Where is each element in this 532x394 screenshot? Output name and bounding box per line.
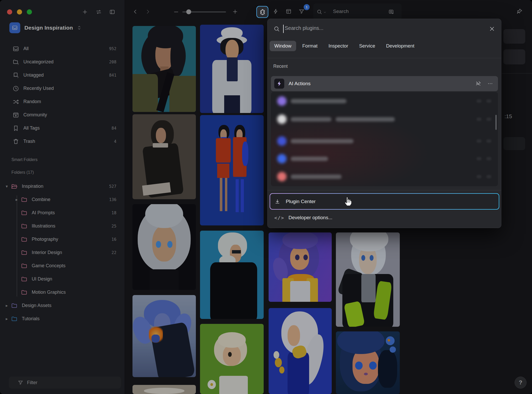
- plugin-list: [271, 92, 498, 186]
- plugin-icon: [277, 172, 287, 181]
- plugin-item-blurred-5[interactable]: [271, 169, 498, 184]
- plugin-name: AI Actions: [289, 81, 311, 86]
- plugin-search-placeholder: Search plugins...: [285, 25, 323, 31]
- blurred-text: [291, 117, 331, 122]
- developer-options-button[interactable]: </> Developer options...: [270, 211, 499, 224]
- tab-inspector[interactable]: Inspector: [324, 41, 353, 51]
- tab-window[interactable]: Window: [270, 41, 296, 51]
- download-icon: [274, 198, 281, 205]
- plugin-center-label: Plugin Center: [286, 199, 316, 204]
- plugin-item-blurred-1[interactable]: [271, 94, 498, 108]
- more-options-icon[interactable]: [487, 81, 493, 87]
- blurred-text: [291, 157, 328, 161]
- tab-service[interactable]: Service: [355, 41, 380, 51]
- plugin-tabs: WindowFormatInspectorServiceDevelopment: [270, 41, 419, 51]
- plugin-icon: [277, 96, 287, 106]
- ai-actions-icon: [274, 78, 284, 89]
- developer-options-label: Developer options...: [289, 215, 332, 221]
- plugin-icon: [277, 136, 287, 146]
- blurred-text: [291, 139, 354, 143]
- tab-development[interactable]: Development: [381, 41, 419, 51]
- divider: [268, 190, 501, 190]
- plugins-button[interactable]: [256, 6, 268, 18]
- blurred-text: [291, 99, 347, 103]
- puzzle-icon: [259, 9, 266, 16]
- text-caret: [283, 25, 284, 33]
- tab-format[interactable]: Format: [298, 41, 322, 51]
- search-icon: [273, 25, 280, 32]
- unpin-icon[interactable]: [475, 81, 481, 87]
- app-window: Design Inspiration All952?Uncategorized2…: [0, 0, 532, 394]
- close-icon[interactable]: [489, 25, 495, 32]
- hand-cursor: [343, 195, 353, 206]
- plugin-search-input[interactable]: Search plugins...: [268, 19, 501, 39]
- code-icon: </>: [274, 215, 284, 221]
- recent-section-label: Recent: [273, 64, 288, 69]
- plugins-popup: Search plugins... WindowFormatInspectorS…: [267, 19, 501, 228]
- plugin-item-blurred-3[interactable]: [271, 134, 498, 148]
- blurred-text: [336, 117, 395, 122]
- plugin-icon: [277, 115, 287, 124]
- blurred-text: [291, 175, 342, 179]
- plugin-center-button[interactable]: Plugin Center: [270, 193, 499, 210]
- divider: [268, 58, 501, 58]
- plugin-item-blurred-4[interactable]: [271, 151, 498, 166]
- plugin-icon: [277, 154, 287, 163]
- plugin-item-ai-actions[interactable]: AI Actions: [271, 76, 498, 91]
- plugin-item-blurred-2[interactable]: [271, 112, 498, 126]
